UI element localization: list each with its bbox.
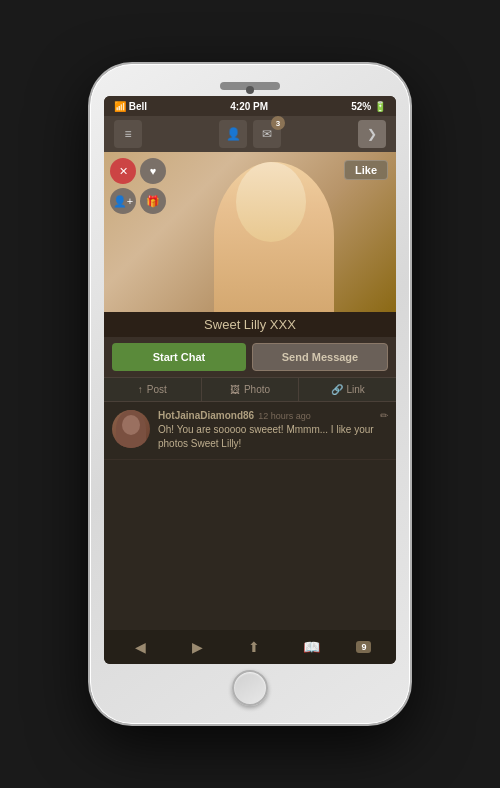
front-camera [246,86,254,94]
menu-button[interactable]: ≡ [114,120,142,148]
back-button[interactable]: ◀ [128,635,152,659]
battery-indicator: 52% 🔋 [351,101,386,112]
feed-content: HotJainaDiamond86 12 hours ago ✏ Oh! You… [158,410,388,451]
bottom-browser-bar: ◀ ▶ ⬆ 📖 9 [104,630,396,664]
nav-bar: ≡ 👤 ✉ 3 ❯ [104,116,396,152]
status-bar: 📶 Bell 4:20 PM 52% 🔋 [104,96,396,116]
action-row-top: ✕ ♥ [110,158,166,184]
profile-icon: 👤 [226,127,241,141]
link-icon: 🔗 [331,384,343,395]
chat-actions: Start Chat Send Message [104,337,396,377]
photo-icon: 🖼 [230,384,240,395]
post-actions-bar: ↑ Post 🖼 Photo 🔗 Link [104,377,396,402]
bookmarks-button[interactable]: 📖 [299,635,323,659]
feed-text: Oh! You are sooooo sweeet! Mmmm... I lik… [158,423,388,451]
like-button[interactable]: Like [344,160,388,180]
profile-photo: ✕ ♥ 👤+ 🎁 Like [104,152,396,312]
mail-icon: ✉ [262,127,272,141]
mail-badge: 3 [271,116,285,130]
photo-label: Photo [244,384,270,395]
gift-button[interactable]: 🎁 [140,188,166,214]
photo-button[interactable]: 🖼 Photo [202,378,300,401]
feed-username: HotJainaDiamond86 [158,410,254,421]
action-buttons-overlay: ✕ ♥ 👤+ 🎁 [110,158,166,214]
edit-button[interactable]: ✏ [380,410,388,421]
home-button[interactable] [232,670,268,706]
link-button[interactable]: 🔗 Link [299,378,396,401]
feed-item: HotJainaDiamond86 12 hours ago ✏ Oh! You… [104,402,396,460]
feed-avatar [112,410,150,448]
start-chat-button[interactable]: Start Chat [112,343,246,371]
close-button[interactable]: ✕ [110,158,136,184]
mail-nav-button[interactable]: ✉ 3 [253,120,281,148]
post-icon: ↑ [138,384,143,395]
feed-header: HotJainaDiamond86 12 hours ago ✏ [158,410,388,421]
link-label: Link [347,384,365,395]
heart-button[interactable]: ♥ [140,158,166,184]
profile-name: Sweet Lilly XXX [204,317,296,332]
send-message-button[interactable]: Send Message [252,343,388,371]
time-display: 4:20 PM [230,101,268,112]
hamburger-icon: ≡ [124,127,131,141]
profile-nav-button[interactable]: 👤 [219,120,247,148]
signal-carrier: 📶 Bell [114,101,147,112]
share-button[interactable]: ⬆ [242,635,266,659]
phone-screen: 📶 Bell 4:20 PM 52% 🔋 ≡ 👤 ✉ 3 [104,96,396,664]
profile-section: ✕ ♥ 👤+ 🎁 Like Sweet Lilly XXX [104,152,396,337]
post-button[interactable]: ↑ Post [104,378,202,401]
tabs-count[interactable]: 9 [356,641,371,653]
feed-area: HotJainaDiamond86 12 hours ago ✏ Oh! You… [104,402,396,630]
post-label: Post [147,384,167,395]
nav-center: 👤 ✉ 3 [219,120,281,148]
forward-button[interactable]: ▶ [185,635,209,659]
action-row-bottom: 👤+ 🎁 [110,188,166,214]
profile-name-bar: Sweet Lilly XXX [104,312,396,337]
phone-frame: 📶 Bell 4:20 PM 52% 🔋 ≡ 👤 ✉ 3 [90,64,410,724]
chevron-right-icon: ❯ [367,127,377,141]
forward-nav-button[interactable]: ❯ [358,120,386,148]
feed-time: 12 hours ago [258,411,311,421]
add-user-button[interactable]: 👤+ [110,188,136,214]
